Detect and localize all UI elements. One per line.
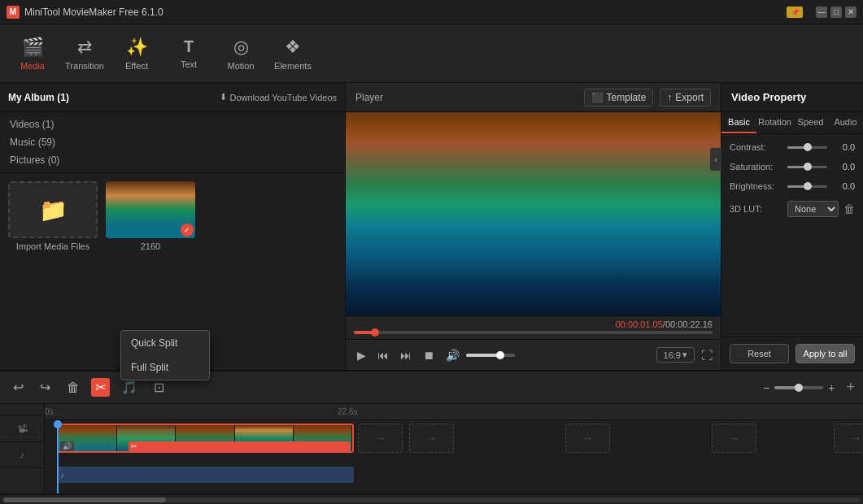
- trans-arrow-right-1: →: [375, 432, 386, 445]
- audio-clip[interactable]: ♪: [57, 467, 354, 483]
- reset-button[interactable]: Reset: [730, 344, 789, 363]
- nav-pictures[interactable]: Pictures (0): [0, 151, 345, 169]
- property-actions: Reset Apply to all: [721, 337, 863, 370]
- timeline-scrollbar[interactable]: [0, 494, 863, 504]
- download-icon: ⬇: [220, 92, 227, 102]
- video-label: 2160: [141, 241, 160, 251]
- download-label: Download YouTube Videos: [230, 93, 338, 102]
- redo-button[interactable]: ↪: [35, 378, 55, 397]
- current-time: 00:00:01.05: [616, 319, 663, 329]
- minimize-button[interactable]: —: [816, 7, 827, 18]
- playback-controls: ▶ ⏮ ⏭ ⏹ 🔊 16:9 ▾ ⛶: [346, 339, 721, 370]
- skip-back-button[interactable]: ⏮: [374, 347, 392, 363]
- trans-slot-1[interactable]: →: [358, 424, 403, 453]
- playhead[interactable]: [57, 420, 59, 493]
- brightness-slider[interactable]: [787, 185, 827, 188]
- clip-scissors-icon: ✂: [129, 441, 351, 451]
- quick-split-option[interactable]: Quick Split: [121, 331, 209, 355]
- video-media-card[interactable]: ✓ 2160: [106, 181, 195, 251]
- zoom-out-button[interactable]: −: [763, 381, 769, 394]
- app-icon: M: [7, 6, 20, 19]
- motion-label: Motion: [227, 61, 254, 71]
- window-controls: 📌 — □ ✕: [787, 7, 856, 18]
- toolbar-text[interactable]: T Text: [164, 28, 213, 80]
- trans-slot-5[interactable]: →: [834, 424, 863, 453]
- chevron-down-icon: ▾: [682, 350, 687, 360]
- export-icon: ↑: [667, 92, 672, 103]
- skip-forward-button[interactable]: ⏭: [397, 347, 415, 363]
- nav-music[interactable]: Music (59): [0, 133, 345, 151]
- video-track-label: 📽: [0, 415, 44, 441]
- lut-delete-button[interactable]: 🗑: [843, 202, 855, 215]
- tab-rotation[interactable]: Rotation: [756, 112, 793, 133]
- play-button[interactable]: ▶: [354, 347, 369, 363]
- video-property-title: Video Property: [721, 83, 863, 112]
- titlebar: M MiniTool MovieMaker Free 6.1.0 📌 — □ ✕: [0, 0, 863, 24]
- stop-button[interactable]: ⏹: [420, 347, 438, 363]
- toolbar-effect[interactable]: ✨ Effect: [112, 28, 161, 80]
- ruler-mark-start: 0s: [45, 407, 54, 416]
- tab-basic[interactable]: Basic: [721, 112, 756, 133]
- saturation-label: Saturation:: [730, 162, 782, 172]
- scissors-button[interactable]: ✂: [91, 378, 110, 397]
- audio-detach-button[interactable]: 🎵: [116, 378, 142, 397]
- ruler-track-label: [0, 404, 44, 415]
- import-label: Import Media Files: [16, 241, 89, 251]
- left-panel-header: My Album (1) ⬇ Download YouTube Videos: [0, 83, 345, 112]
- lut-select[interactable]: None: [787, 201, 839, 217]
- close-button[interactable]: ✕: [845, 7, 856, 18]
- trans-slot-3[interactable]: →: [565, 424, 610, 453]
- brightness-value: 0.0: [832, 181, 855, 191]
- aspect-ratio-button[interactable]: 16:9 ▾: [656, 347, 695, 363]
- volume-control: 🔊: [442, 347, 515, 363]
- download-youtube-button[interactable]: ⬇ Download YouTube Videos: [220, 92, 338, 102]
- nav-videos[interactable]: Videos (1): [0, 115, 345, 133]
- toolbar-transition[interactable]: ⇄ Transition: [60, 28, 109, 80]
- volume-icon[interactable]: 🔊: [442, 347, 463, 363]
- template-button[interactable]: ⬛ Template: [584, 89, 654, 106]
- video-clip[interactable]: 🔊 ✂: [57, 424, 354, 453]
- elements-label: Elements: [274, 61, 312, 71]
- zoom-slider[interactable]: [774, 386, 823, 389]
- aspect-ratio-label: 16:9: [664, 350, 681, 360]
- tab-audio[interactable]: Audio: [828, 112, 863, 133]
- full-split-option[interactable]: Full Split: [121, 355, 209, 380]
- scroll-track: [3, 497, 860, 502]
- import-media-card[interactable]: 📁 Import Media Files: [8, 181, 98, 251]
- toolbar-motion[interactable]: ◎ Motion: [216, 28, 265, 80]
- fullscreen-button[interactable]: ⛶: [701, 349, 713, 362]
- add-track-button[interactable]: +: [846, 379, 855, 396]
- trans-slot-2[interactable]: →: [409, 424, 454, 453]
- scroll-thumb[interactable]: [3, 497, 166, 502]
- progress-bar[interactable]: [354, 331, 713, 334]
- export-button[interactable]: ↑ Export: [660, 89, 711, 106]
- saturation-slider[interactable]: [787, 166, 827, 168]
- trans-slot-4[interactable]: →: [712, 424, 756, 453]
- template-label: Template: [607, 92, 647, 103]
- center-panel: Player ⬛ Template ↑ Export 00:00:01.05 /…: [346, 83, 721, 370]
- zoom-in-button[interactable]: +: [828, 381, 835, 394]
- tab-speed[interactable]: Speed: [793, 112, 828, 133]
- apply-all-button[interactable]: Apply to all: [795, 344, 855, 363]
- tracks-container: 🔊 ✂ → → → →: [45, 420, 863, 494]
- contrast-slider[interactable]: [787, 146, 827, 149]
- pin-button[interactable]: 📌: [787, 7, 803, 18]
- template-icon: ⬛: [591, 92, 604, 103]
- crop-button[interactable]: ⊡: [149, 378, 169, 397]
- toolbar-elements[interactable]: ❖ Elements: [268, 28, 317, 80]
- maximize-button[interactable]: □: [830, 7, 842, 18]
- volume-slider[interactable]: [466, 354, 515, 357]
- panel-collapse-button[interactable]: ‹: [710, 148, 721, 171]
- progress-thumb[interactable]: [371, 328, 379, 337]
- media-label: Media: [20, 61, 45, 71]
- progress-area: 00:00:01.05 / 00:00:22.16: [346, 315, 721, 339]
- toolbar-media[interactable]: 🎬 Media: [8, 28, 57, 80]
- effect-label: Effect: [125, 61, 148, 71]
- video-thumb: ✓: [106, 181, 195, 238]
- delete-button[interactable]: 🗑: [62, 379, 85, 397]
- album-title: My Album (1): [8, 92, 69, 103]
- right-panel: Video Property Basic Rotation Speed Audi…: [721, 83, 863, 370]
- check-badge: ✓: [181, 224, 194, 237]
- lut-row: 3D LUT: None 🗑: [730, 201, 855, 217]
- undo-button[interactable]: ↩: [8, 378, 28, 397]
